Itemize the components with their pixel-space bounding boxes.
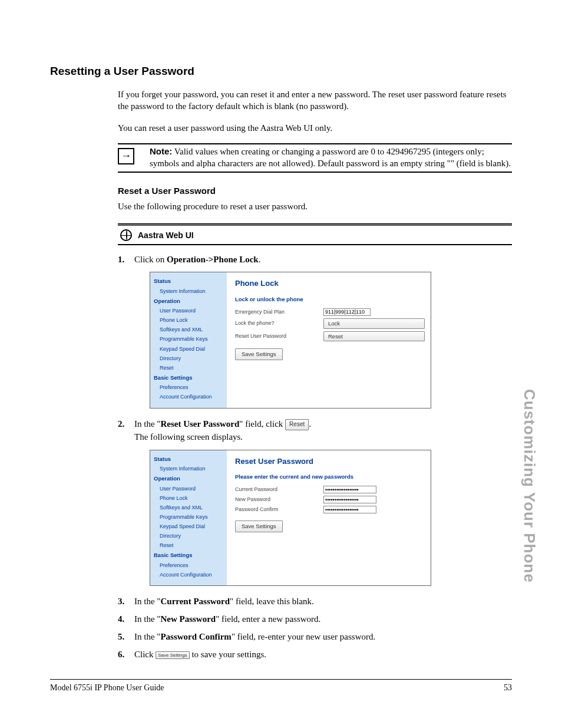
- step-bold: Password Confirm: [160, 632, 231, 641]
- nav-softkeys-xml[interactable]: Softkeys and XML: [154, 325, 224, 335]
- note-text: Note: Valid values when creating or chan…: [150, 146, 512, 170]
- nav-account-configuration[interactable]: Account Configuration: [154, 570, 224, 579]
- nav-status-header[interactable]: Status: [154, 276, 224, 286]
- document-page: Customizing Your Phone Resetting a User …: [0, 0, 562, 728]
- nav-system-information[interactable]: System Information: [154, 286, 224, 296]
- nav-directory[interactable]: Directory: [154, 531, 224, 541]
- screenshot-nav: Status System Information Operation User…: [150, 272, 227, 408]
- subheading-paragraph: Use the following procedure to reset a u…: [118, 200, 512, 212]
- note-body: Valid values when creating or changing a…: [150, 147, 511, 168]
- step-bold: Current Password: [160, 597, 230, 606]
- step-text: " field, re-enter your new user password…: [232, 632, 375, 641]
- page-heading: Resetting a User Password: [50, 65, 512, 78]
- nav-keypad-speed-dial[interactable]: Keypad Speed Dial: [154, 344, 224, 354]
- save-settings-button[interactable]: Save Settings: [235, 521, 283, 532]
- nav-preferences[interactable]: Preferences: [154, 383, 224, 393]
- emergency-dial-plan-input[interactable]: [323, 308, 371, 316]
- reset-user-password-label: Reset User Password: [235, 332, 323, 340]
- step-text: " field, enter a new password.: [216, 614, 320, 624]
- new-password-label: New Password: [235, 496, 323, 503]
- save-settings-button[interactable]: Save Settings: [235, 348, 283, 360]
- note-rule-top: [118, 143, 512, 144]
- intro-paragraph-2: You can reset a user password using the …: [118, 122, 512, 134]
- nav-keypad-speed-dial[interactable]: Keypad Speed Dial: [154, 522, 224, 531]
- nav-reset[interactable]: Reset: [154, 363, 224, 373]
- step-text: The following screen displays.: [134, 432, 243, 442]
- step-6: Click Save Settings to save your setting…: [118, 648, 512, 661]
- footer-page-number: 53: [504, 683, 512, 693]
- password-confirm-input[interactable]: [323, 506, 376, 513]
- password-confirm-label: Password Confirm: [235, 506, 323, 513]
- nav-phone-lock[interactable]: Phone Lock: [154, 493, 224, 503]
- screenshot-reset-password: Status System Information Operation User…: [150, 450, 431, 587]
- intro-paragraph-1: If you forget your password, you can res…: [118, 88, 512, 113]
- nav-operation-header[interactable]: Operation: [154, 473, 224, 484]
- step-text: In the ": [134, 632, 160, 641]
- body-content: If you forget your password, you can res…: [118, 88, 512, 661]
- lock-button[interactable]: Lock: [323, 318, 425, 329]
- nav-account-configuration[interactable]: Account Configuration: [154, 393, 224, 402]
- note-block: → Note: Valid values when creating or ch…: [118, 146, 512, 170]
- section-bar-label: Aastra Web UI: [138, 230, 194, 240]
- inline-save-settings-button[interactable]: Save Settings: [156, 651, 189, 660]
- reset-button[interactable]: Reset: [323, 331, 425, 342]
- lock-phone-label: Lock the phone?: [235, 319, 323, 327]
- nav-directory[interactable]: Directory: [154, 354, 224, 363]
- note-rule-bottom: [118, 172, 512, 173]
- nav-preferences[interactable]: Preferences: [154, 561, 224, 570]
- step-text: In the ": [134, 614, 160, 624]
- nav-reset[interactable]: Reset: [154, 541, 224, 550]
- step-text: In the ": [134, 597, 160, 606]
- screenshot-nav: Status System Information Operation User…: [150, 450, 227, 586]
- nav-basic-settings-header[interactable]: Basic Settings: [154, 373, 224, 383]
- step-1: Click on Operation->Phone Lock. Status S…: [118, 253, 512, 409]
- emergency-dial-plan-label: Emergency Dial Plan: [235, 308, 323, 316]
- step-text: to save your settings.: [190, 650, 266, 659]
- subheading: Reset a User Password: [118, 186, 512, 196]
- nav-softkeys-xml[interactable]: Softkeys and XML: [154, 503, 224, 512]
- screenshot-phone-lock: Status System Information Operation User…: [150, 272, 431, 409]
- section-bar: Aastra Web UI: [118, 223, 512, 245]
- nav-programmable-keys[interactable]: Programmable Keys: [154, 335, 224, 344]
- step-2: In the "Reset User Password" field, clic…: [118, 418, 512, 586]
- globe-icon: [120, 229, 132, 241]
- nav-basic-settings-header[interactable]: Basic Settings: [154, 550, 224, 561]
- step-bold: Operation->Phone Lock: [167, 255, 259, 264]
- step-bold: New Password: [160, 614, 216, 624]
- step-5: In the "Password Confirm" field, re-ente…: [118, 631, 512, 644]
- step-text: In the ": [134, 419, 160, 429]
- step-3: In the "Current Password" field, leave t…: [118, 595, 512, 608]
- step-text: " field, click: [239, 419, 285, 429]
- nav-programmable-keys[interactable]: Programmable Keys: [154, 512, 224, 522]
- step-4: In the "New Password" field, enter a new…: [118, 613, 512, 626]
- footer-guide-title: Model 6755i IP Phone User Guide: [50, 683, 164, 693]
- nav-phone-lock[interactable]: Phone Lock: [154, 316, 224, 325]
- note-label: Note:: [150, 146, 172, 156]
- nav-status-header[interactable]: Status: [154, 454, 224, 465]
- step-text: " field, leave this blank.: [230, 597, 314, 606]
- screenshot-main: Phone Lock Lock or unlock the phone Emer…: [227, 272, 431, 408]
- nav-system-information[interactable]: System Information: [154, 464, 224, 473]
- nav-user-password[interactable]: User Password: [154, 307, 224, 316]
- current-password-input[interactable]: [323, 486, 376, 493]
- current-password-label: Current Password: [235, 486, 323, 493]
- inline-reset-button[interactable]: Reset: [285, 419, 309, 430]
- step-text: .: [259, 255, 261, 264]
- step-text: .: [309, 419, 311, 429]
- panel-subtitle: Lock or unlock the phone: [235, 295, 425, 304]
- panel-title: Phone Lock: [235, 278, 425, 289]
- new-password-input[interactable]: [323, 496, 376, 503]
- panel-title: Reset User Password: [235, 456, 425, 467]
- steps-list: Click on Operation->Phone Lock. Status S…: [118, 253, 512, 661]
- nav-operation-header[interactable]: Operation: [154, 296, 224, 307]
- screenshot-main: Reset User Password Please enter the cur…: [227, 450, 431, 586]
- step-text: Click on: [134, 255, 167, 264]
- arrow-right-icon: →: [118, 148, 134, 164]
- side-tab-label: Customizing Your Phone: [520, 389, 538, 583]
- panel-subtitle: Please enter the current and new passwor…: [235, 473, 425, 481]
- step-bold: Reset User Password: [160, 419, 239, 429]
- nav-user-password[interactable]: User Password: [154, 484, 224, 493]
- page-footer: Model 6755i IP Phone User Guide 53: [50, 679, 512, 693]
- step-text: Click: [134, 650, 156, 659]
